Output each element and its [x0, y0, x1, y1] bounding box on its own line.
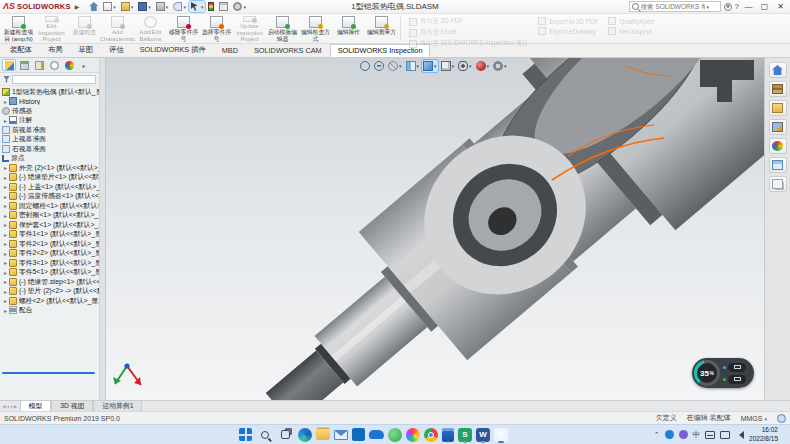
globe-icon[interactable]: [777, 414, 786, 423]
expand-arrow-icon[interactable]: ▸: [2, 193, 9, 200]
undo-button[interactable]: ▾: [171, 1, 188, 12]
doc-tab-scroll-first[interactable]: «: [3, 403, 6, 409]
task-view-button[interactable]: [277, 426, 294, 443]
units-selector[interactable]: MMGS▾: [741, 415, 767, 422]
edit-inspection-project-button[interactable]: Edit Inspection Project: [35, 15, 68, 43]
dimxpertmanager-tab[interactable]: [47, 59, 61, 71]
dropdown-caret-icon[interactable]: ▾: [131, 4, 134, 10]
filter-icon[interactable]: [3, 76, 10, 83]
tray-expand-icon[interactable]: ⌃: [654, 431, 660, 439]
export-3d-pdf-button[interactable]: Export to 3D PDF: [538, 17, 598, 25]
expand-arrow-icon[interactable]: ▸: [2, 259, 9, 266]
tree-right-plane[interactable]: ▸ 右视基准面: [0, 144, 99, 154]
tab-model[interactable]: 模型: [20, 401, 52, 411]
view-orientation-button[interactable]: ▾: [422, 60, 438, 72]
tree-item[interactable]: ▸ (-) 上盖<1> (默认<<默认>_显示状: [0, 182, 99, 192]
new-inspection-button[interactable]: 新建检查: [68, 15, 101, 43]
dropdown-caret-icon[interactable]: ▾: [399, 63, 402, 69]
dropdown-caret-icon[interactable]: ▾: [417, 63, 420, 69]
edge-icon[interactable]: [298, 428, 312, 442]
tree-item[interactable]: ▸ 零件2<2> (默认<<默认>_显示状: [0, 249, 99, 259]
panel-tab-overflow[interactable]: ▸: [77, 59, 91, 71]
blue-book-app-icon[interactable]: [442, 428, 454, 442]
tree-front-plane[interactable]: ▸ 前视基准面: [0, 125, 99, 135]
tree-origin[interactable]: ▸ 原点: [0, 154, 99, 164]
tree-filter-input[interactable]: [12, 75, 96, 84]
propertymanager-tab[interactable]: [17, 59, 31, 71]
ime-mode-indicator[interactable]: 中: [693, 430, 701, 440]
expand-arrow-icon[interactable]: ▸: [2, 183, 9, 190]
tree-item[interactable]: ▸ 螺栓<2> (默认<<默认>_显示状态: [0, 296, 99, 306]
tab-sw-addins[interactable]: SOLIDWORKS 插件: [132, 43, 214, 57]
tree-item[interactable]: ▸ (-) 温度传感器<1> (默认<<默认>_: [0, 192, 99, 202]
close-button[interactable]: ✕: [774, 1, 787, 13]
onedrive-icon[interactable]: [369, 430, 384, 439]
export-2d-pdf-button[interactable]: 导出至 2D PDF: [409, 17, 528, 26]
file-properties-button[interactable]: ▾: [217, 1, 230, 12]
new-inspection-project-button[interactable]: 新建检查项目 (amp;N): [2, 15, 35, 43]
minimize-button[interactable]: —: [742, 1, 755, 13]
tree-mates[interactable]: ▸ 配合: [0, 306, 99, 316]
dropdown-caret-icon[interactable]: ▾: [113, 4, 116, 10]
expand-arrow-icon[interactable]: ▸: [2, 98, 9, 105]
edit-operation-button[interactable]: 编辑操作: [332, 15, 365, 43]
help-button[interactable]: ?: [735, 2, 739, 11]
section-view-button[interactable]: ▾: [405, 60, 421, 72]
tree-item[interactable]: ▸ (-) 垫片 (2)<2> -> (默认<<默认>_: [0, 287, 99, 297]
home-button[interactable]: ▾: [87, 1, 100, 12]
start-button[interactable]: [239, 428, 252, 441]
dropdown-caret-icon[interactable]: ▾: [201, 4, 204, 10]
restore-button[interactable]: ▢: [758, 1, 771, 13]
search-input[interactable]: [641, 3, 705, 10]
new-file-button[interactable]: ▾: [101, 1, 118, 12]
taskbar-clock[interactable]: 16:02 2022/8/15: [749, 426, 778, 442]
view-palette-tab[interactable]: [769, 119, 787, 135]
display-style-button[interactable]: ▾: [440, 60, 456, 72]
print-button[interactable]: ▾: [154, 1, 171, 12]
expand-arrow-icon[interactable]: ▸: [2, 174, 9, 181]
doc-tab-scroll-next[interactable]: ›: [10, 403, 12, 409]
dropdown-caret-icon[interactable]: ▾: [434, 63, 437, 69]
recorder-screenshot-button[interactable]: [728, 375, 746, 384]
dropdown-caret-icon[interactable]: ▾: [452, 63, 455, 69]
tab-assembly[interactable]: 装配体: [2, 43, 40, 57]
edit-measure-method-button[interactable]: 编辑测量方: [365, 15, 398, 43]
tree-item[interactable]: ▸ 外壳 (2)<1> (默认<<默认>_显示状: [0, 163, 99, 173]
tree-item[interactable]: ▸ 零件3<1> (默认<<默认>_显示状: [0, 258, 99, 268]
edit-appearance-button[interactable]: ▾: [475, 60, 491, 72]
update-inspection-project-button[interactable]: Update Inspection Project: [233, 15, 266, 43]
keyboard-icon[interactable]: [705, 431, 715, 439]
add-edit-balloons-button[interactable]: Add/Edit Balloons: [134, 15, 167, 43]
tree-annotations[interactable]: ▸ 注解: [0, 116, 99, 126]
zoom-area-button[interactable]: ▾: [373, 60, 385, 72]
expand-arrow-icon[interactable]: ▸: [2, 269, 9, 276]
tab-motion-study-1[interactable]: 运动算例1: [93, 401, 142, 411]
tab-layout[interactable]: 布局: [40, 43, 71, 57]
expand-arrow-icon[interactable]: ▸: [2, 164, 9, 171]
tree-item[interactable]: ▸ 固定螺栓<1> (默认<<默认>_显示: [0, 201, 99, 211]
tree-item[interactable]: ▸ (-) 绝缘管.step<1> (默认<<默认>_: [0, 277, 99, 287]
appearances-scenes-tab[interactable]: [769, 138, 787, 154]
mail-icon[interactable]: [334, 430, 348, 440]
search-button[interactable]: [256, 426, 273, 443]
expand-arrow-icon[interactable]: ▸: [2, 221, 9, 228]
launch-template-editor-button[interactable]: 启动模板编辑器: [266, 15, 299, 43]
hide-show-items-button[interactable]: ▾: [457, 60, 473, 72]
previous-view-button[interactable]: ▾: [387, 60, 403, 72]
user-account-icon[interactable]: [724, 3, 732, 11]
store-icon[interactable]: [352, 428, 365, 441]
tab-sketch[interactable]: 草图: [70, 43, 101, 57]
save-button[interactable]: ▾: [136, 1, 153, 12]
green-app-icon[interactable]: [388, 428, 402, 442]
forum-tab[interactable]: [769, 176, 787, 192]
export-sw-inspection-button[interactable]: 导出至 SOLIDWORKS Inspection 项目: [409, 39, 528, 48]
displaymanager-tab[interactable]: [62, 59, 76, 71]
rebuild-button[interactable]: ▾: [206, 1, 216, 12]
dropdown-caret-icon[interactable]: ▾: [469, 63, 472, 69]
select-button[interactable]: ▾: [189, 1, 206, 12]
select-balloon-button[interactable]: 选择零件序号: [200, 15, 233, 43]
menu-expand-icon[interactable]: ▶: [75, 3, 80, 10]
search-dropdown-icon[interactable]: ▾: [707, 4, 710, 10]
screen-recorder-widget[interactable]: 35%: [692, 358, 754, 388]
net-inspect-button[interactable]: Net-Inspect: [608, 27, 654, 35]
